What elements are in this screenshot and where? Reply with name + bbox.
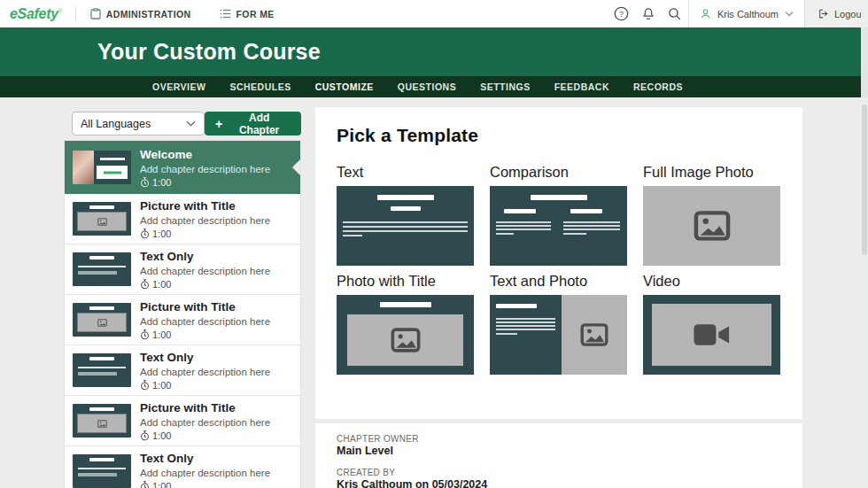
course-header: Your Custom Course <box>0 27 868 76</box>
chapter-description: Add chapter description here <box>140 265 270 277</box>
chapter-duration: 1:00 <box>140 430 270 441</box>
template-card-text-photo[interactable]: Text and Photo <box>490 272 627 375</box>
help-icon[interactable]: ? <box>608 0 635 27</box>
chapter-title: Welcome <box>140 148 270 162</box>
video-camera-icon <box>693 321 732 348</box>
tab-questions[interactable]: QUESTIONS <box>389 76 465 97</box>
page-scrollbar[interactable] <box>861 0 868 488</box>
stopwatch-icon <box>140 380 150 391</box>
chapter-description: Add chapter description here <box>140 214 270 227</box>
template-picker-panel: Pick a Template TextComparisonFull Image… <box>315 107 802 419</box>
chapter-item-picture-with-title[interactable]: Picture with TitleAdd chapter descriptio… <box>65 396 300 446</box>
tab-schedules[interactable]: SCHEDULES <box>221 76 299 97</box>
template-card-full-image[interactable]: Full Image Photo <box>643 163 780 266</box>
plus-icon: + <box>215 118 222 130</box>
chapter-item-picture-with-title[interactable]: Picture with TitleAdd chapter descriptio… <box>65 295 300 345</box>
image-icon <box>580 323 608 346</box>
stopwatch-icon <box>140 177 150 188</box>
image-icon <box>694 211 731 241</box>
chapter-duration-value: 1:00 <box>152 279 171 290</box>
language-filter-select[interactable]: All Languages <box>72 112 205 136</box>
user-name: Kris Calthoum <box>717 9 779 19</box>
tab-feedback[interactable]: FEEDBACK <box>546 76 618 97</box>
search-icon[interactable] <box>662 0 688 27</box>
top-bar-right: ? Kris Calthoum Logout <box>608 0 868 27</box>
chapter-item-text-only[interactable]: Text OnlyAdd chapter description here1:0… <box>65 446 300 488</box>
chapter-duration: 1:00 <box>140 279 270 290</box>
chapter-info: Picture with TitleAdd chapter descriptio… <box>140 300 270 340</box>
template-preview-video <box>643 295 780 375</box>
chapter-title: Text Only <box>140 351 270 365</box>
chapter-duration-value: 1:00 <box>152 177 171 188</box>
template-card-comparison[interactable]: Comparison <box>490 163 627 266</box>
user-menu[interactable]: Kris Calthoum <box>688 0 804 27</box>
chapter-description: Add chapter description here <box>140 416 270 429</box>
template-preview-text-photo <box>490 295 627 375</box>
chapter-meta-panel: CHAPTER OWNER Main Level CREATED BY Kris… <box>315 423 802 488</box>
template-preview-photo-title <box>337 295 474 375</box>
chevron-down-icon <box>785 11 794 17</box>
template-label: Video <box>643 272 780 290</box>
chapter-thumbnail <box>73 151 131 184</box>
page-title: Your Custom Course <box>0 39 321 65</box>
nav-for-me[interactable]: FOR ME <box>205 0 289 27</box>
chapter-info: Text OnlyAdd chapter description here1:0… <box>140 452 270 488</box>
add-chapter-button[interactable]: + Add Chapter <box>205 112 301 136</box>
nav-administration[interactable]: ADMINISTRATION <box>76 0 205 27</box>
chapter-info: Text OnlyAdd chapter description here1:0… <box>140 351 270 391</box>
template-grid: TextComparisonFull Image PhotoPhoto with… <box>337 163 781 375</box>
language-filter-value: All Languages <box>81 118 151 130</box>
chapter-item-welcome[interactable]: WelcomeAdd chapter description here1:00 <box>65 141 300 194</box>
chapter-list: WelcomeAdd chapter description here1:00P… <box>64 140 301 488</box>
chapter-owner-label: CHAPTER OWNER <box>337 434 781 445</box>
esafety-logo[interactable]: eSafety® <box>0 6 75 22</box>
tab-customize[interactable]: CUSTOMIZE <box>306 76 383 97</box>
template-label: Text and Photo <box>490 272 627 290</box>
created-by-value: Kris Calthoum on 05/03/2024 <box>337 478 781 488</box>
nav-for-me-label: FOR ME <box>236 9 275 19</box>
sidebar-controls: All Languages + Add Chapter <box>64 112 301 136</box>
chapter-title: Picture with Title <box>140 300 270 314</box>
list-icon <box>220 9 231 19</box>
nav-administration-label: ADMINISTRATION <box>106 9 191 19</box>
template-preview-comparison <box>490 186 627 266</box>
logout-label: Logout <box>834 9 864 19</box>
course-tab-bar: OVERVIEWSCHEDULESCUSTOMIZEQUESTIONSSETTI… <box>0 76 868 97</box>
tab-settings[interactable]: SETTINGS <box>471 76 539 97</box>
top-bar: eSafety® ADMINISTRATION FOR ME ? Kris Ca… <box>0 0 868 27</box>
logout-button[interactable]: Logout <box>804 0 868 27</box>
image-icon <box>391 328 421 352</box>
chevron-down-icon <box>186 120 196 127</box>
notifications-bell-icon[interactable] <box>635 0 662 27</box>
template-card-photo-title[interactable]: Photo with Title <box>337 272 474 375</box>
chapter-info: Picture with TitleAdd chapter descriptio… <box>140 199 270 239</box>
stopwatch-icon <box>140 430 150 441</box>
clipboard-icon <box>90 8 101 19</box>
created-by-label: CREATED BY <box>337 468 781 478</box>
chapter-info: Picture with TitleAdd chapter descriptio… <box>140 401 270 441</box>
chapter-title: Picture with Title <box>140 401 270 415</box>
chapter-thumbnail <box>73 454 131 488</box>
chapter-duration: 1:00 <box>140 380 270 391</box>
scrollbar-thumb[interactable] <box>862 105 867 255</box>
template-label: Full Image Photo <box>643 163 780 181</box>
chapter-duration-value: 1:00 <box>152 430 171 441</box>
chapter-duration-value: 1:00 <box>152 329 171 340</box>
chapter-info: Text OnlyAdd chapter description here1:0… <box>140 250 270 290</box>
chapter-title: Text Only <box>140 452 270 466</box>
pick-template-heading: Pick a Template <box>337 125 781 146</box>
template-preview-full-image <box>643 186 780 266</box>
tab-records[interactable]: RECORDS <box>624 76 692 97</box>
chapter-description: Add chapter description here <box>140 315 270 328</box>
template-card-video[interactable]: Video <box>643 272 780 375</box>
stopwatch-icon <box>140 481 150 488</box>
page-content: All Languages + Add Chapter WelcomeAdd c… <box>0 97 868 488</box>
chapter-item-picture-with-title[interactable]: Picture with TitleAdd chapter descriptio… <box>65 194 300 244</box>
tab-overview[interactable]: OVERVIEW <box>143 76 214 97</box>
template-card-text[interactable]: Text <box>337 163 474 266</box>
template-label: Comparison <box>490 163 627 181</box>
add-chapter-label: Add Chapter <box>228 112 291 136</box>
chapter-item-text-only[interactable]: Text OnlyAdd chapter description here1:0… <box>65 345 300 396</box>
chapter-item-text-only[interactable]: Text OnlyAdd chapter description here1:0… <box>65 244 300 295</box>
chapter-duration-value: 1:00 <box>152 229 171 239</box>
